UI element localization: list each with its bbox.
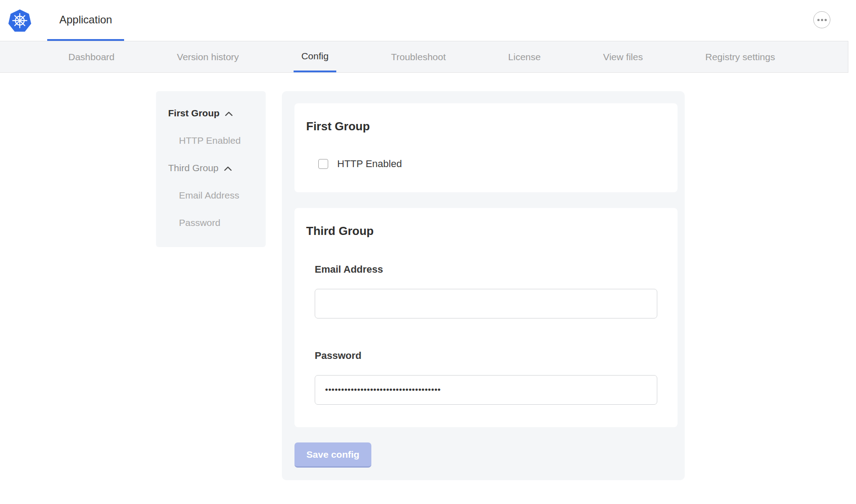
group-title: First Group bbox=[306, 120, 664, 132]
overflow-menu-button[interactable] bbox=[813, 11, 830, 28]
chevron-up-icon bbox=[224, 111, 233, 116]
save-config-button[interactable]: Save config bbox=[294, 442, 371, 468]
nav-tabs: Dashboard Version history Config Trouble… bbox=[61, 41, 783, 72]
config-page: First Group HTTP Enabled Third Group Ema… bbox=[156, 91, 856, 480]
field-label: Email Address bbox=[315, 265, 664, 274]
config-sidebar: First Group HTTP Enabled Third Group Ema… bbox=[156, 91, 266, 247]
tab-view-files[interactable]: View files bbox=[596, 41, 651, 72]
sidebar-item-password[interactable]: Password bbox=[168, 217, 259, 228]
application-tab[interactable]: Application bbox=[47, 0, 124, 41]
app-nav-bar: Dashboard Version history Config Trouble… bbox=[0, 41, 848, 73]
email-address-input[interactable] bbox=[315, 289, 657, 318]
kubernetes-logo bbox=[8, 9, 31, 33]
ellipsis-icon bbox=[817, 19, 820, 21]
config-group-first-group: First Group HTTP Enabled bbox=[294, 103, 678, 192]
field-label: Password bbox=[315, 351, 664, 361]
tab-troubleshoot[interactable]: Troubleshoot bbox=[383, 41, 454, 72]
tab-dashboard[interactable]: Dashboard bbox=[61, 41, 122, 72]
config-group-third-group: Third Group Email Address Password bbox=[294, 208, 678, 427]
sidebar-item-http-enabled[interactable]: HTTP Enabled bbox=[168, 135, 259, 146]
tab-registry-settings[interactable]: Registry settings bbox=[698, 41, 783, 72]
http-enabled-checkbox[interactable] bbox=[318, 159, 328, 169]
checkbox-label[interactable]: HTTP Enabled bbox=[337, 158, 402, 170]
group-title: Third Group bbox=[306, 225, 664, 237]
config-form-panel: First Group HTTP Enabled Third Group Ema… bbox=[282, 91, 685, 480]
tab-config[interactable]: Config bbox=[294, 41, 336, 72]
tab-version-history[interactable]: Version history bbox=[169, 41, 247, 72]
app-header: Application bbox=[0, 0, 856, 41]
password-input[interactable] bbox=[315, 375, 657, 405]
chevron-up-icon bbox=[223, 166, 232, 171]
http-enabled-field: HTTP Enabled bbox=[318, 158, 664, 170]
sidebar-group-third-group[interactable]: Third Group bbox=[168, 162, 259, 173]
password-field: Password bbox=[315, 351, 664, 405]
sidebar-group-first-group[interactable]: First Group bbox=[168, 107, 259, 119]
email-address-field: Email Address bbox=[315, 265, 664, 318]
tab-license[interactable]: License bbox=[500, 41, 548, 72]
sidebar-item-email-address[interactable]: Email Address bbox=[168, 190, 259, 201]
